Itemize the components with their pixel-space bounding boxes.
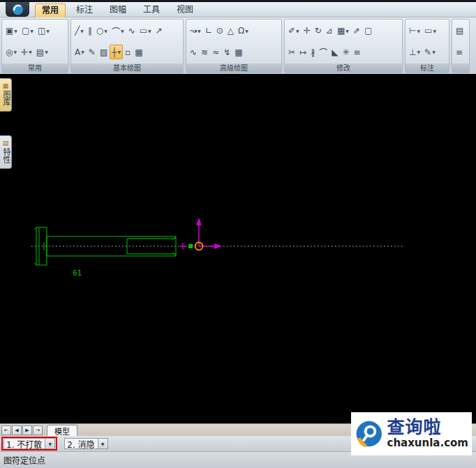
break-line-icon[interactable]: ↯ <box>221 45 232 59</box>
arc-icon[interactable]: ⌒▼ <box>110 24 126 38</box>
chevron-down-icon[interactable]: ▼ <box>29 50 32 54</box>
chevron-down-icon[interactable]: ▼ <box>81 50 84 54</box>
properties-icon[interactable]: ≡ <box>351 45 362 59</box>
explode-option-combo[interactable]: 1. 不打散 ▼ <box>3 438 55 449</box>
explode-icon[interactable]: ✳ <box>340 45 351 59</box>
ribbon-group: ↝▼∟⊙△Ω▼∿≋≈↯▦高级绘图 <box>186 19 282 73</box>
panel-icon[interactable]: ▤ <box>454 24 466 38</box>
watermark: 查询啦 chaxunla.com <box>351 412 472 455</box>
rectangle-icon[interactable]: ▭▼ <box>137 24 154 38</box>
chevron-down-icon[interactable]: ▼ <box>432 50 436 54</box>
chevron-down-icon[interactable]: ▼ <box>148 29 151 33</box>
prompt-text: 图符定位点 <box>3 454 45 466</box>
chevron-down-icon[interactable]: ▼ <box>45 50 48 54</box>
chevron-down-icon[interactable]: ▼ <box>417 29 420 33</box>
zoom-icon[interactable]: ◎▼ <box>3 45 19 59</box>
ellipse-icon[interactable]: ⊙ <box>214 24 225 38</box>
chevron-down-icon[interactable]: ▼ <box>433 29 436 33</box>
menu-tab[interactable]: 标注 <box>70 3 99 17</box>
chevron-down-icon[interactable]: ▼ <box>417 50 420 54</box>
break-icon[interactable]: ∦ <box>308 45 317 59</box>
hide-option-combo[interactable]: 2. 消隐 ▼ <box>64 438 107 449</box>
scale-icon[interactable]: ⇗ <box>351 24 362 38</box>
chevron-down-icon[interactable]: ▼ <box>45 439 54 448</box>
table-icon[interactable]: ▦ <box>232 45 244 59</box>
format-painter-icon[interactable]: ◫▼ <box>36 24 52 38</box>
dim-linear-icon[interactable]: ⊢▼ <box>407 24 422 38</box>
mirror-icon[interactable]: ⊿ <box>324 24 335 38</box>
wave-line-icon[interactable]: ∿ <box>188 45 199 59</box>
side-tab[interactable]: ▦图库 <box>0 78 12 112</box>
drawing-canvas[interactable]: 61 <box>0 74 476 423</box>
side-panel-tabs: ▦图库▤特性 <box>0 78 12 169</box>
chamfer-icon[interactable]: ◣ <box>329 45 340 59</box>
chevron-down-icon[interactable]: ▼ <box>245 29 248 33</box>
circle-icon[interactable]: ○▼ <box>94 24 110 38</box>
edit-icon[interactable]: ✐▼ <box>286 24 302 38</box>
model-tab[interactable]: 模型 <box>47 425 77 436</box>
zigzag-icon[interactable]: ≈ <box>210 45 221 59</box>
display-icon[interactable]: ▤▼ <box>34 45 50 59</box>
formula-icon[interactable]: Ω▼ <box>236 24 251 38</box>
chevron-down-icon[interactable]: ▼ <box>296 29 299 33</box>
chevron-down-icon[interactable]: ▼ <box>345 29 349 33</box>
menu-tab[interactable]: 视图 <box>170 3 200 17</box>
menu-tab[interactable]: 图幅 <box>103 3 133 17</box>
trim-icon[interactable]: ✂ <box>286 45 297 59</box>
array-icon[interactable]: ▦▼ <box>335 24 351 38</box>
chevron-down-icon[interactable]: ▼ <box>104 29 107 33</box>
chevron-down-icon[interactable]: ▼ <box>14 29 17 33</box>
parallel-icon[interactable]: ∥ <box>86 24 94 38</box>
pan-icon[interactable]: ✛▼ <box>19 45 34 59</box>
app-logo[interactable] <box>6 2 29 17</box>
dim-style-icon[interactable]: ▭▼ <box>422 24 438 38</box>
block-icon[interactable]: ▫ <box>123 45 133 59</box>
curve-icon[interactable]: ↝▼ <box>188 24 203 38</box>
menu-tab[interactable]: 常用 <box>35 3 66 17</box>
side-tab-label: 特性 <box>0 148 11 163</box>
extend-icon[interactable]: ↦ <box>297 45 308 59</box>
sheet-nav-button[interactable]: ◀ <box>12 425 22 435</box>
dim-baseline-icon[interactable]: ⊥▼ <box>407 45 422 59</box>
chevron-down-icon[interactable]: ▼ <box>30 29 34 33</box>
sketch-icon[interactable]: ✎ <box>87 45 98 59</box>
sheet-nav-button[interactable]: ▶ <box>22 425 32 435</box>
dim-edit-icon[interactable]: ✎▼ <box>422 45 438 59</box>
copy-icon[interactable]: ▢▼ <box>20 24 36 38</box>
fillet-icon[interactable]: ⌒ <box>317 45 329 59</box>
paste-icon[interactable]: ▣▼ <box>3 24 20 38</box>
line-icon[interactable]: ╱▼ <box>73 24 86 38</box>
spline-icon[interactable]: ∿ <box>126 24 137 38</box>
ribbon-group-label: 标注 <box>406 63 449 73</box>
menu-tab[interactable]: 工具 <box>137 3 166 17</box>
arrow-icon[interactable]: ↗ <box>154 24 165 38</box>
ribbon-group: ⊢▼▭▼⊥▼✎▼标注 <box>405 19 449 73</box>
ribbon-group-label: 常用 <box>2 63 68 73</box>
side-tab[interactable]: ▤特性 <box>0 135 12 169</box>
nav-buttons: ⇤◀▶⇥ <box>1 425 43 435</box>
menu-icon[interactable]: ≡ <box>454 45 465 59</box>
chevron-down-icon[interactable]: ▼ <box>117 50 121 54</box>
chevron-down-icon[interactable]: ▼ <box>98 439 107 448</box>
chevron-down-icon[interactable]: ▼ <box>13 50 17 54</box>
sheet-nav-button[interactable]: ⇥ <box>33 425 43 435</box>
stretch-icon[interactable]: ▢ <box>362 24 374 38</box>
move-icon[interactable]: ✛ <box>302 24 313 38</box>
grid-icon[interactable]: ▦ <box>133 45 144 59</box>
text-icon[interactable]: A▼ <box>73 45 87 59</box>
double-wave-icon[interactable]: ≋ <box>199 45 210 59</box>
chevron-down-icon[interactable]: ▼ <box>46 29 50 33</box>
polygon-icon[interactable]: △ <box>225 24 236 38</box>
menu-tabs: 常用标注图幅工具视图 <box>35 3 200 17</box>
hatch-icon[interactable]: ▨ <box>98 45 110 59</box>
angle-line-icon[interactable]: ∟ <box>203 24 214 38</box>
chevron-down-icon[interactable]: ▼ <box>121 29 124 33</box>
dimension-text: 61 <box>73 269 82 278</box>
rotate-icon[interactable]: ↻ <box>313 24 324 38</box>
watermark-domain: chaxunla.com <box>387 438 468 449</box>
ribbon-group: ✐▼✛↻⊿▦▼⇗▢✂↦∦⌒◣✳≡修改 <box>284 19 403 73</box>
centerline-icon[interactable]: ┼▼ <box>110 45 123 59</box>
chevron-down-icon[interactable]: ▼ <box>198 29 201 33</box>
chevron-down-icon[interactable]: ▼ <box>80 29 84 33</box>
sheet-nav-button[interactable]: ⇤ <box>1 425 11 435</box>
